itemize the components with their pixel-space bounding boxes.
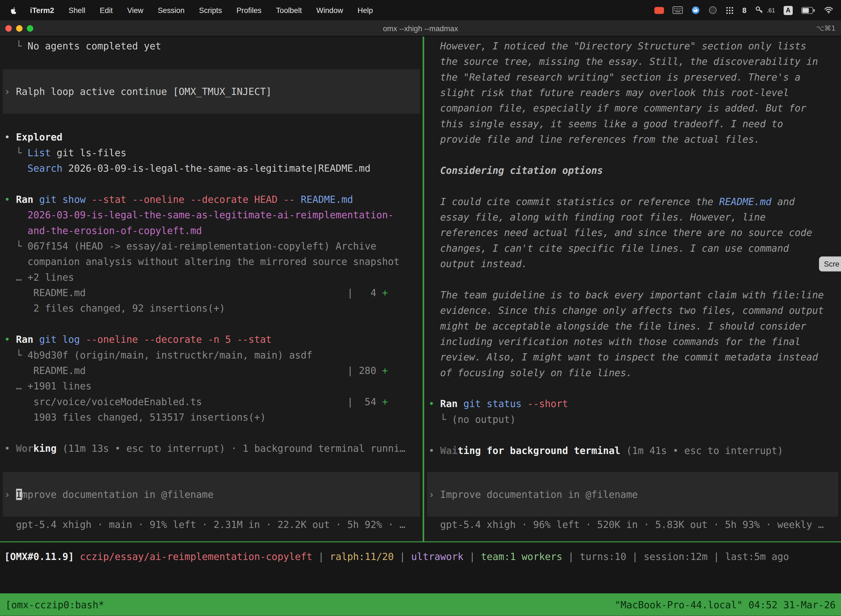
terminal-line: [0, 425, 423, 440]
terminal-line: gpt-5.4 xhigh · main · 91% left · 2.31M …: [0, 517, 423, 532]
menu-window[interactable]: Window: [316, 6, 343, 14]
terminal-line: › Improve documentation in @filename: [3, 487, 215, 502]
terminal-line: README.md | 4 +: [0, 285, 423, 300]
terminal-line: 1903 files changed, 513517 insertions(+): [0, 409, 423, 425]
left-session-log: • Explored └ List git ls-files Search 20…: [0, 129, 423, 456]
screen-recording-indicator[interactable]: [654, 7, 664, 13]
terminal-line: the "Related research writing" section i…: [424, 69, 841, 85]
terminal-line: src/voice/voiceModeEnabled.ts | 54 +: [0, 394, 423, 409]
terminal-line: output instead.: [424, 256, 841, 271]
terminal-line: [424, 271, 841, 287]
apple-menu[interactable]: [10, 6, 17, 15]
app-menus: iTerm2 Shell Edit View Session Scripts P…: [30, 6, 373, 14]
terminal-line: this single essay, it seems like a good …: [424, 116, 841, 131]
apple-logo-icon: [10, 6, 17, 15]
menu-scripts[interactable]: Scripts: [199, 6, 222, 14]
terminal-line: • Ran git status --short: [424, 396, 841, 412]
menu-edit[interactable]: Edit: [100, 6, 113, 14]
menu-profiles[interactable]: Profiles: [236, 6, 262, 14]
terminal-line: including verification notes with those …: [424, 334, 841, 349]
terminal-line: review. Also, I might want to inspect th…: [424, 349, 841, 365]
left-pane-output: └ No agents completed yet › Ralph loop a…: [0, 37, 423, 472]
window-title-bar[interactable]: omx --xhigh --madmax ⌥⌘1: [0, 21, 841, 37]
terminal-line: • Ran git log --oneline --decorate -n 5 …: [0, 331, 423, 347]
menu-help[interactable]: Help: [357, 6, 373, 14]
terminal-line: I could cite commit statistics or refere…: [424, 194, 841, 209]
right-terminal-pane[interactable]: However, I noticed the "Directory Struct…: [424, 37, 841, 541]
tmux-host-clock: "MacBook-Pro-44.local" 04:52 31-Mar-26: [615, 599, 836, 610]
terminal-line: provide file and line references from th…: [424, 131, 841, 147]
left-prompt-input-text: › Improve documentation in @filename: [3, 487, 214, 502]
omx-status-bar: [OMX#0.11.9] cczip/essay/ai-reimplementa…: [0, 542, 841, 593]
terminal-line: references need actual files, and since …: [424, 224, 841, 240]
close-button[interactable]: [5, 25, 12, 31]
minimize-button[interactable]: [16, 25, 22, 31]
screen-share-badge[interactable]: Scre: [819, 257, 841, 271]
terminal-line: … +2 lines: [0, 269, 423, 285]
terminal-line: [424, 380, 841, 396]
menu-session[interactable]: Session: [158, 6, 185, 14]
terminal-line: • Explored: [0, 129, 423, 145]
right-model-status-line: gpt-5.4 xhigh · 96% left · 520K in · 5.8…: [424, 517, 841, 532]
agents-status: └ No agents completed yet: [0, 38, 423, 54]
right-prompt-input-text: › Improve documentation in @filename: [427, 487, 638, 502]
terminal-line: slight risk that future readers may over…: [424, 85, 841, 100]
input-source-icon[interactable]: A: [784, 6, 793, 15]
terminal-line: and-the-erosion-of-copyleft.md: [0, 223, 423, 238]
right-session-log: However, I noticed the "Directory Struct…: [424, 38, 841, 458]
terminal-line: • Waiting for background terminal (1m 41…: [424, 443, 841, 458]
terminal-line: [424, 178, 841, 194]
terminal-line: • Working (11m 13s • esc to interrupt) ·…: [0, 440, 423, 456]
right-pane-output: However, I noticed the "Directory Struct…: [424, 37, 841, 472]
menu-iterm2[interactable]: iTerm2: [30, 6, 54, 14]
terminal-line: the source tree, missing the essay. Stil…: [424, 54, 841, 69]
swift-icon[interactable]: [691, 6, 700, 14]
ralph-loop-banner: › Ralph loop active continue [OMX_TMUX_I…: [3, 69, 420, 114]
terminal-line: companion analysis without altering the …: [0, 254, 423, 269]
terminal-line: changes, I can't cite specific file line…: [424, 241, 841, 256]
terminal-line: gpt-5.4 xhigh · 96% left · 520K in · 5.8…: [424, 517, 841, 532]
terminal-line: • Ran git show --stat --oneline --decora…: [0, 192, 423, 207]
ralph-loop-banner-text: › Ralph loop active continue [OMX_TMUX_I…: [3, 84, 272, 99]
terminal-line: Search 2026-03-09-is-legal-the-same-as-l…: [0, 160, 423, 176]
tmux-session-label: [omx-cczip0:bash*: [5, 599, 104, 610]
zoom-button[interactable]: [27, 25, 33, 31]
keyboard-icon[interactable]: [673, 6, 683, 14]
terminal-line: └ No agents completed yet: [0, 38, 423, 54]
terminal-line: However, I noticed the "Directory Struct…: [424, 38, 841, 54]
terminal-line: └ 067f154 (HEAD -> essay/ai-reimplementa…: [0, 238, 423, 254]
dots-grid-icon[interactable]: [726, 6, 734, 14]
terminal-line: └ (no output): [424, 412, 841, 427]
terminal-line: [424, 147, 841, 163]
terminal-line: [OMX#0.11.9] cczip/essay/ai-reimplementa…: [0, 549, 841, 565]
terminal-line: of focusing solely on file lines.: [424, 365, 841, 380]
terminal-line: └ 4b9d30f (origin/main, instructkr/main,…: [0, 347, 423, 363]
terminal-line: [0, 316, 423, 331]
left-model-status-line: gpt-5.4 xhigh · main · 91% left · 2.31M …: [0, 517, 423, 532]
window-shortcut-label: ⌥⌘1: [816, 24, 835, 32]
text-cursor: I: [16, 489, 22, 500]
terminal-line: might be acceptable alongside the file l…: [424, 318, 841, 334]
terminal-line: › Improve documentation in @filename: [427, 487, 639, 502]
key-icon-label: .61: [767, 7, 775, 13]
terminal-line: └ List git ls-files: [0, 145, 423, 160]
left-prompt-input[interactable]: › Improve documentation in @filename: [3, 472, 420, 517]
terminal-area: └ No agents completed yet › Ralph loop a…: [0, 37, 841, 541]
wifi-icon[interactable]: [824, 6, 834, 14]
menu-toolbelt[interactable]: Toolbelt: [276, 6, 302, 14]
shield-icon[interactable]: [709, 6, 717, 14]
key-icon[interactable]: [755, 6, 763, 14]
iterm2-window: iTerm2 Shell Edit View Session Scripts P…: [0, 0, 841, 616]
badge-count[interactable]: 8: [742, 6, 746, 14]
window-title: omx --xhigh --madmax: [0, 24, 841, 32]
menu-shell[interactable]: Shell: [69, 6, 85, 14]
left-terminal-pane[interactable]: └ No agents completed yet › Ralph loop a…: [0, 37, 424, 541]
window-controls: [0, 25, 34, 31]
terminal-line: The team guideline is to back every impo…: [424, 287, 841, 302]
terminal-line: evidence. Since this change only affects…: [424, 302, 841, 318]
right-prompt-input[interactable]: › Improve documentation in @filename: [427, 472, 838, 517]
battery-icon[interactable]: [801, 7, 815, 13]
menu-view[interactable]: View: [127, 6, 143, 14]
tmux-status-bar: [omx-cczip0:bash* "MacBook-Pro-44.local"…: [0, 593, 841, 616]
terminal-line: [0, 176, 423, 192]
